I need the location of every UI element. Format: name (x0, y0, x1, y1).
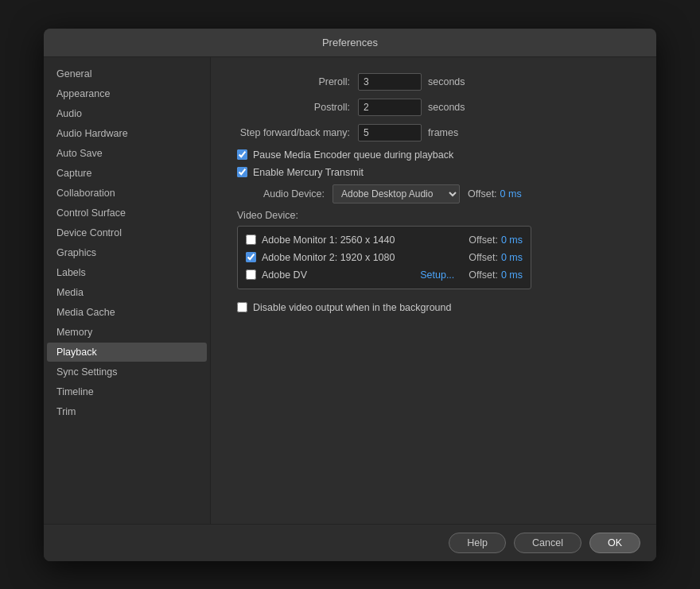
pause-media-encoder-row: Pause Media Encoder queue during playbac… (237, 149, 636, 161)
video-device-1-offset-value: 0 ms (501, 234, 523, 246)
postroll-input[interactable] (358, 99, 422, 116)
video-device-1-checkbox[interactable] (246, 234, 256, 245)
video-device-item-3: Adobe DV Setup... Offset: 0 ms (238, 266, 531, 284)
dialog-content: GeneralAppearanceAudioAudio HardwareAuto… (44, 57, 656, 524)
sidebar-item-device-control[interactable]: Device Control (47, 223, 207, 242)
sidebar-item-sync-settings[interactable]: Sync Settings (47, 362, 207, 382)
sidebar-item-auto-save[interactable]: Auto Save (47, 144, 207, 163)
sidebar-item-collaboration[interactable]: Collaboration (47, 184, 207, 203)
sidebar-item-appearance[interactable]: Appearance (47, 84, 207, 103)
preroll-input[interactable] (358, 73, 422, 91)
video-device-box: Adobe Monitor 1: 2560 x 1440 Offset: 0 m… (237, 226, 531, 289)
preroll-row: Preroll: seconds (231, 73, 636, 91)
video-device-2-checkbox[interactable] (246, 252, 256, 262)
sidebar-item-audio[interactable]: Audio (47, 104, 207, 123)
dialog-title: Preferences (44, 29, 656, 57)
preferences-dialog: Preferences GeneralAppearanceAudioAudio … (44, 29, 656, 561)
video-device-label: Video Device: (237, 210, 636, 221)
sidebar-item-media[interactable]: Media (47, 283, 207, 302)
main-panel: Preroll: seconds Postroll: seconds Step … (211, 57, 656, 524)
video-device-1-name: Adobe Monitor 1: 2560 x 1440 (262, 234, 461, 246)
sidebar-item-timeline[interactable]: Timeline (47, 382, 207, 401)
postroll-unit: seconds (428, 102, 465, 113)
sidebar-item-playback[interactable]: Playback (47, 343, 207, 362)
disable-video-output-label: Disable video output when in the backgro… (253, 302, 451, 313)
step-input[interactable] (358, 124, 422, 141)
enable-mercury-transmit-row: Enable Mercury Transmit (237, 167, 636, 178)
step-row: Step forward/back many: frames (231, 124, 636, 141)
sidebar: GeneralAppearanceAudioAudio HardwareAuto… (44, 57, 211, 524)
sidebar-item-trim[interactable]: Trim (47, 402, 207, 421)
preroll-label: Preroll: (231, 76, 358, 87)
video-device-3-setup-link[interactable]: Setup... (420, 269, 454, 281)
video-device-item-2: Adobe Monitor 2: 1920 x 1080 Offset: 0 m… (238, 249, 531, 266)
ok-button[interactable]: OK (589, 533, 640, 553)
sidebar-item-graphics[interactable]: Graphics (47, 243, 207, 262)
step-label: Step forward/back many: (231, 127, 358, 138)
audio-offset-value: 0 ms (500, 188, 522, 200)
sidebar-item-labels[interactable]: Labels (47, 263, 207, 282)
disable-video-output-row: Disable video output when in the backgro… (237, 302, 636, 313)
video-device-3-checkbox[interactable] (246, 269, 256, 280)
audio-device-label: Audio Device: (237, 188, 332, 200)
audio-offset-label: Offset: (468, 188, 497, 200)
sidebar-item-audio-hardware[interactable]: Audio Hardware (47, 124, 207, 143)
disable-video-output-checkbox[interactable] (237, 302, 247, 312)
help-button[interactable]: Help (449, 533, 506, 553)
sidebar-item-media-cache[interactable]: Media Cache (47, 303, 207, 322)
video-device-3-name: Adobe DV (262, 269, 420, 281)
cancel-button[interactable]: Cancel (514, 533, 581, 553)
sidebar-item-general[interactable]: General (47, 64, 207, 83)
enable-mercury-transmit-checkbox[interactable] (237, 167, 247, 177)
enable-mercury-transmit-label: Enable Mercury Transmit (253, 167, 364, 178)
video-device-section: Video Device: Adobe Monitor 1: 2560 x 14… (237, 210, 636, 289)
video-device-1-offset-label: Offset: (469, 234, 498, 246)
pause-media-encoder-label: Pause Media Encoder queue during playbac… (253, 149, 453, 161)
sidebar-item-control-surface[interactable]: Control Surface (47, 203, 207, 223)
step-unit: frames (428, 127, 458, 138)
sidebar-item-memory[interactable]: Memory (47, 323, 207, 342)
video-device-2-offset-value: 0 ms (501, 252, 523, 263)
sidebar-item-capture[interactable]: Capture (47, 164, 207, 183)
footer: Help Cancel OK (44, 524, 656, 561)
preroll-unit: seconds (428, 76, 465, 87)
video-device-item-1: Adobe Monitor 1: 2560 x 1440 Offset: 0 m… (238, 231, 531, 249)
video-device-3-offset-value: 0 ms (501, 269, 523, 281)
video-device-3-offset-label: Offset: (469, 269, 498, 281)
audio-device-row: Audio Device: Adobe Desktop Audio Offset… (237, 184, 636, 203)
video-device-2-name: Adobe Monitor 2: 1920 x 1080 (262, 252, 461, 263)
pause-media-encoder-checkbox[interactable] (237, 149, 247, 160)
audio-device-select[interactable]: Adobe Desktop Audio (332, 184, 460, 203)
postroll-label: Postroll: (231, 102, 358, 113)
video-device-2-offset-label: Offset: (469, 252, 498, 263)
postroll-row: Postroll: seconds (231, 99, 636, 116)
